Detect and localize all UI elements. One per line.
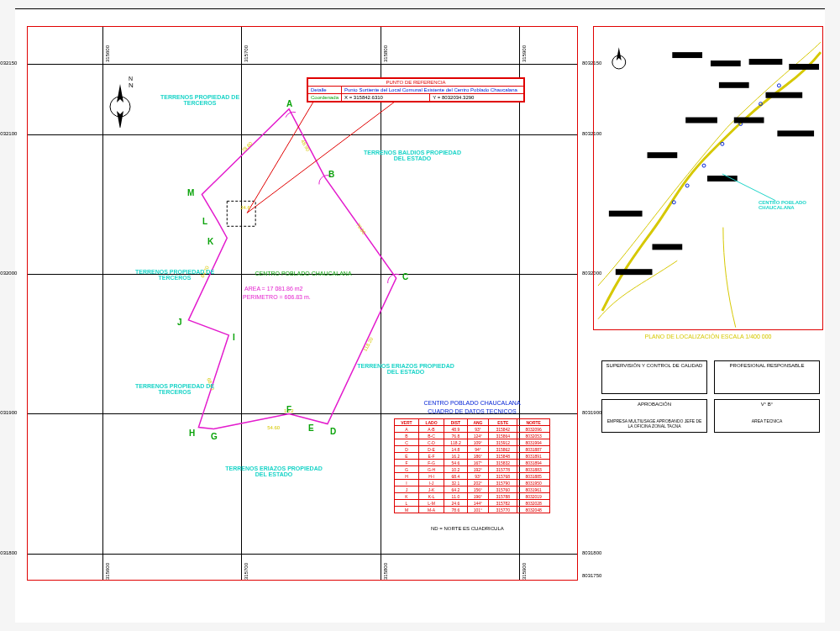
gridx-1-bot: 315700 (244, 563, 249, 580)
tb-area: AREA TECNICA (717, 418, 817, 423)
gridy-4-l: 8031800 (0, 550, 17, 555)
info-detalle-v: Punto Surtiente del Local Comunal Existe… (342, 87, 524, 94)
svg-point-20 (702, 164, 706, 167)
table-row: GG-H10.2192°3157788031883 (395, 466, 550, 473)
svg-rect-27 (749, 59, 783, 65)
svg-text:24.6: 24.6 (240, 205, 250, 210)
svg-rect-33 (777, 130, 814, 136)
gridx-0-bot: 315600 (105, 563, 110, 580)
footnote: ND = NORTE ES CUADRICULA (431, 526, 504, 531)
svg-rect-34 (648, 152, 678, 158)
info-detalle-k: Detalle (308, 87, 342, 94)
label-terr1: TERRENOS PROPIEDAD DE TERCEROS (154, 94, 246, 106)
vertex-a: A (286, 99, 292, 108)
table-row: LL-M24.6144°3157828032028 (395, 500, 550, 507)
table-row: KK-L11.0196°3157888032019 (395, 493, 550, 500)
svg-text:54.60: 54.60 (267, 425, 281, 430)
svg-point-21 (721, 142, 724, 145)
gridx-0-top: 315600 (105, 45, 110, 62)
svg-rect-36 (609, 211, 643, 217)
svg-rect-28 (789, 64, 819, 70)
th-dist: DIST (444, 419, 468, 426)
vertex-m: M (187, 188, 194, 197)
svg-rect-30 (765, 92, 802, 98)
gridx-1-top: 315700 (244, 45, 249, 62)
label-perim: PERIMETRO = 606.83 m. (243, 294, 311, 300)
table-row: JJ-K64.2156°3157608031961 (395, 486, 550, 493)
th-lado: LADO (418, 419, 444, 426)
svg-marker-17 (617, 47, 622, 60)
table-title: CENTRO POBLADO CHAUCALANA (409, 400, 535, 406)
th-vert: VERT (395, 419, 419, 426)
gridy-5-r: 8031750 (582, 573, 601, 578)
vertex-b: B (328, 170, 334, 179)
svg-rect-38 (652, 244, 682, 250)
vertex-j: J (177, 318, 182, 327)
th-este: ESTE (489, 419, 517, 426)
svg-rect-32 (734, 118, 764, 124)
loc-callout: CENTRO POBLADO CHAUCALANA (759, 200, 817, 210)
svg-rect-25 (672, 52, 702, 58)
tb-vb-label: V° B° (717, 402, 817, 407)
table-row: HH-I68.493°3157688031885 (395, 473, 550, 480)
label-terr4: TERRENOS BALDIOS PROPIEDAD DEL ESTADO (362, 150, 463, 161)
gridx-2-bot: 315800 (383, 563, 388, 580)
north-arrow-icon: N (103, 77, 137, 128)
location-map-title: PLANO DE LOCALIZACIÓN ESCALA 1/400 000 (620, 334, 796, 339)
tb-supervision-label: SUPERVISIÓN Y CONTROL DE CALIDAD (604, 363, 705, 368)
vertex-i: I (233, 333, 235, 342)
info-x: X = 315842.6310 (342, 94, 430, 102)
tb-profesional: PROFESIONAL RESPONSABLE (714, 360, 820, 394)
label-terr2: TERRENOS PROPIEDAD DE TERCEROS (129, 269, 221, 281)
vertex-g: G (211, 432, 218, 441)
vertex-l: L (202, 217, 207, 226)
compass-n-label: N (129, 82, 134, 89)
drawing-sheet: 315600 315700 315800 315900 315600 31570… (15, 8, 825, 623)
table-row: DD-E14.894°3158628031887 (395, 446, 550, 453)
table-row: CC-D118.2109°3159128031994 (395, 439, 550, 446)
vertex-e: E (308, 423, 314, 433)
table-subtitle: CUADRO DE DATOS TECNICOS (409, 408, 535, 414)
svg-line-39 (722, 174, 776, 201)
tb-jefe: EMPRESA MULTIUSAGE APROBANDO JEFE DE LA … (604, 418, 705, 429)
svg-rect-31 (685, 118, 717, 124)
svg-point-19 (685, 184, 689, 187)
svg-text:48.90: 48.90 (300, 139, 311, 153)
gridx-3-bot: 315900 (522, 563, 527, 580)
svg-line-5 (247, 101, 314, 213)
svg-rect-37 (616, 269, 653, 275)
vertex-h: H (189, 429, 195, 438)
vertex-c: C (402, 272, 408, 281)
gridy-2-l: 8032000 (0, 271, 17, 276)
svg-point-0 (110, 97, 130, 117)
label-terr6: TERRENOS ERIAZOS PROPIEDAD DEL ESTADO (219, 465, 328, 477)
svg-marker-2 (117, 111, 123, 128)
gridy-top-l: 8032150 (0, 60, 17, 66)
technical-data-table: VERTLADODISTANGESTENORTE AA-B48.993°3158… (394, 418, 550, 513)
tb-vb: V° B° AREA TECNICA (714, 399, 820, 433)
svg-rect-35 (707, 176, 738, 181)
label-terr5: TERRENOS ERIAZOS PROPIEDAD DEL ESTADO (355, 363, 456, 375)
tb-supervision: SUPERVISIÓN Y CONTROL DE CALIDAD (601, 360, 707, 394)
location-map-frame: CENTRO POBLADO CHAUCALANA (593, 26, 823, 330)
compass-label: N (129, 76, 133, 82)
svg-marker-1 (117, 84, 123, 103)
info-header: PUNTO DE REFERENCIA (308, 79, 524, 87)
tb-aprobacion-label: APROBACIÓN (604, 402, 705, 407)
table-row: FF-G54.6167°3158328031894 (395, 460, 550, 466)
info-coord-k: Coordenada (308, 94, 342, 102)
label-area: AREA = 17 081.86 m2 (244, 286, 302, 292)
table-row: EE-F16.2186°3158488031891 (395, 453, 550, 460)
vertex-k: K (207, 237, 213, 246)
reference-point-box: PUNTO DE REFERENCIA Detalle Punto Surtie… (307, 77, 525, 103)
table-row: AA-B48.993°3158428032096 (395, 426, 550, 433)
svg-rect-29 (719, 82, 749, 88)
gridy-4-r: 8031800 (582, 550, 601, 555)
label-terr3: TERRENOS PROPIEDAD DE TERCEROS (129, 383, 221, 395)
table-row: BB-C76.8124°3158648032053 (395, 433, 550, 439)
th-norte: NORTE (517, 419, 550, 426)
table-row: MM-A78.6101°3157708032048 (395, 507, 550, 513)
svg-text:76.80: 76.80 (355, 222, 367, 235)
label-centro: CENTRO POBLADO CHAUCALANA (253, 271, 354, 276)
info-y: Y = 8032034.3290 (430, 94, 524, 102)
